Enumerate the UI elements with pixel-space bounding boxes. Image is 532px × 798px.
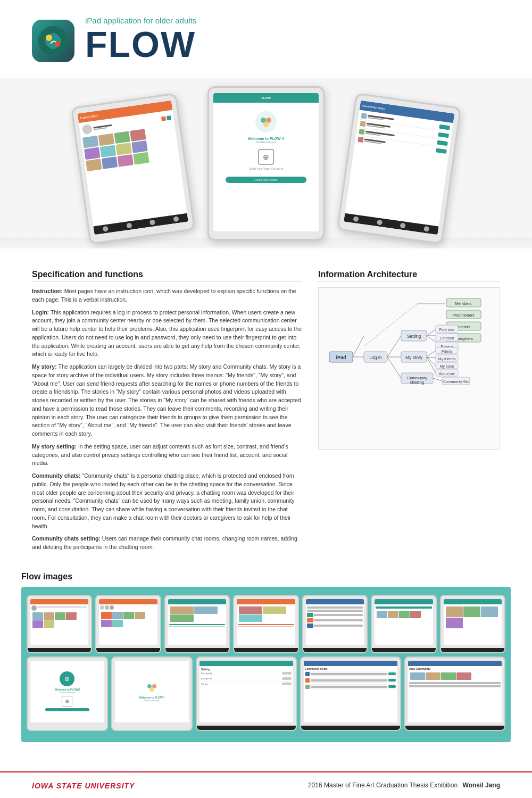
welcome-title: Welcome to FLOW !!	[248, 137, 284, 140]
spec-section: Specification and functions Instruction:…	[32, 270, 302, 556]
svg-text:My friends: My friends	[438, 357, 456, 361]
svg-line-41	[427, 357, 436, 365]
flow-card-login: ⊕ Welcome to FLOW!! Good to see you ⊕	[27, 656, 108, 731]
ipad-center: FLOW Welcome to FLOW !! Good to see you …	[207, 86, 325, 240]
footer-right: 2016 Master of Fine Art Graduation Thesi…	[308, 782, 500, 789]
spec-login-label: Login:	[32, 309, 51, 315]
fingerprint-box: ⊕	[258, 149, 274, 165]
header-section: iPad application for older adults FLOW	[0, 0, 532, 68]
flow-card-3	[164, 595, 230, 653]
flow-card-7	[440, 595, 505, 653]
title-block: iPad application for older adults FLOW	[85, 16, 196, 62]
svg-text:My story: My story	[405, 355, 423, 360]
ipad-right: Community Chats	[337, 93, 461, 244]
ipad-left: Friend's Story	[71, 93, 195, 244]
svg-point-57	[152, 684, 156, 688]
svg-line-22	[387, 357, 401, 378]
svg-point-56	[147, 684, 152, 688]
spec-mystory-label: My story:	[32, 363, 59, 370]
app-logo	[32, 20, 74, 62]
touch-label: Touch Your Finger For Log In	[249, 167, 284, 170]
svg-text:iPad: iPad	[336, 355, 346, 360]
flow-grid-bg: ⊕ Welcome to FLOW!! Good to see you ⊕	[21, 587, 511, 742]
flow-card-2	[95, 595, 161, 653]
svg-line-30	[427, 329, 436, 336]
flow-card-4	[233, 595, 298, 653]
create-account-btn[interactable]: Create New Account	[226, 177, 306, 183]
svg-line-40	[427, 357, 436, 358]
spec-login: Login: This application requires a log i…	[32, 309, 302, 359]
exhibition-text: 2016 Master of Fine Art Graduation Thesi…	[308, 782, 458, 789]
svg-text:Members: Members	[455, 301, 472, 306]
flow-card-6	[371, 595, 436, 653]
university-name: IOWA STATE UNIVERSITY	[32, 782, 135, 790]
svg-text:My store: My store	[440, 364, 454, 369]
svg-text:Log In: Log In	[369, 355, 382, 360]
svg-text:Contrast: Contrast	[440, 336, 454, 340]
svg-point-58	[149, 688, 154, 692]
spec-setting: My story setting: In the setting space, …	[32, 443, 302, 468]
welcome-screen: Welcome to FLOW !! Good to see you ⊕ Tou…	[213, 103, 319, 187]
flow-heading: Flow images	[21, 572, 511, 581]
spec-login-text: This application requires a log in proce…	[32, 309, 302, 358]
flow-card-1	[27, 595, 92, 653]
page-footer: IOWA STATE UNIVERSITY 2016 Master of Fin…	[0, 771, 532, 798]
author-name: Wonsil Jang	[463, 782, 500, 789]
flow-section: Flow images	[0, 567, 532, 747]
spec-mystory-text: The application can largely be divided i…	[32, 363, 301, 437]
flow-card-welcome: Welcome to FLOW!! Good to see you	[111, 656, 193, 731]
welcome-subtitle: Good to see you	[256, 140, 276, 144]
info-arch-section: Information Architecture iPad Members Pr…	[318, 270, 500, 556]
svg-point-5	[263, 122, 269, 127]
spec-instruction-label: Instruction:	[32, 288, 64, 294]
spec-instruction: Instruction: Most pages have an instruct…	[32, 287, 302, 304]
svg-line-39	[427, 351, 436, 357]
svg-text:Practitioners: Practitioners	[452, 313, 475, 318]
flow-card-area: Area Community	[404, 656, 505, 731]
spec-mystory: My story: The application can largely be…	[32, 363, 302, 438]
flow-card-community: Community Chats	[300, 656, 401, 731]
svg-line-8	[353, 336, 364, 357]
svg-line-51	[433, 378, 442, 381]
welcome-icon	[255, 111, 277, 132]
spec-instruction-text: Most pages have an instruction icon, whi…	[32, 288, 296, 303]
flow-card-5	[302, 595, 368, 653]
svg-text:Setting: Setting	[407, 334, 421, 339]
svg-line-20	[387, 336, 401, 357]
spec-community-setting-label: Community chats setting:	[32, 535, 102, 542]
app-title: FLOW	[85, 26, 196, 62]
content-area: Specification and functions Instruction:…	[0, 259, 532, 567]
arch-diagram: iPad Members Practitioners Doctors Careg…	[318, 287, 500, 450]
svg-text:Doctors: Doctors	[456, 325, 470, 329]
spec-community: Community chats: "Community chats" is a …	[32, 472, 302, 530]
svg-text:Friend: Friend	[442, 350, 452, 353]
svg-point-1	[46, 35, 52, 41]
spec-community-setting: Community chats setting: Users can manag…	[32, 535, 302, 552]
flow-card-settings: Setting Font quality Background Privacy	[196, 656, 297, 731]
svg-line-42	[427, 357, 436, 373]
spec-heading: Specification and functions	[32, 270, 302, 282]
svg-line-32	[427, 336, 436, 342]
info-arch-heading: Information Architecture	[318, 270, 500, 282]
svg-text:About me: About me	[439, 372, 455, 376]
center-screen-header: FLOW	[213, 93, 319, 103]
spec-setting-label: My story setting:	[32, 443, 78, 450]
svg-text:Font size: Font size	[439, 328, 455, 331]
flow-row-2: ⊕ Welcome to FLOW!! Good to see you ⊕	[27, 656, 505, 731]
footer-university-logo: IOWA STATE UNIVERSITY	[32, 780, 135, 791]
flow-row-1	[27, 595, 505, 653]
arch-svg: iPad Members Practitioners Doctors Careg…	[324, 293, 494, 442]
mockups-section: Friend's Story	[0, 78, 532, 248]
svg-text:chatting: chatting	[410, 380, 424, 385]
spec-community-text: "Community chats" is a personal chatting…	[32, 472, 295, 529]
svg-text:Community Set: Community Set	[443, 380, 469, 384]
spec-community-label: Community chats:	[32, 472, 82, 479]
